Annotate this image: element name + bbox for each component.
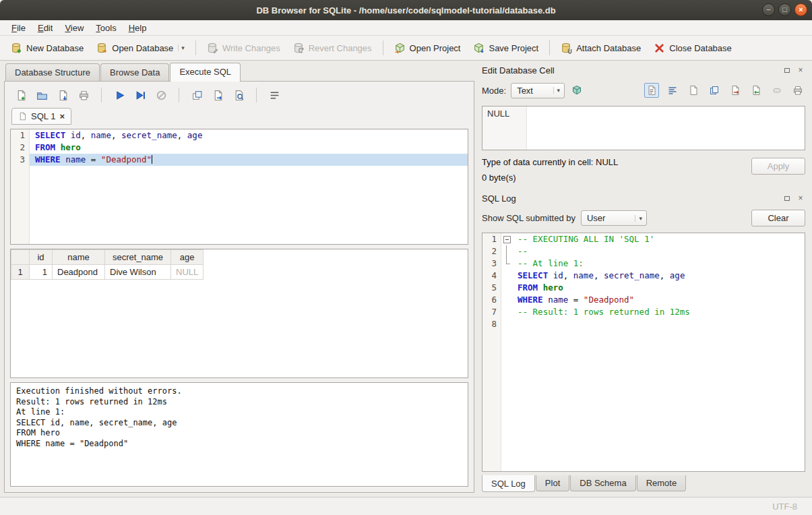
cell-id[interactable]: 1	[30, 265, 53, 280]
export-cell-button[interactable]	[728, 83, 743, 98]
detach-tab-button[interactable]	[190, 88, 204, 102]
cell-value: NULL	[487, 109, 509, 119]
export-results-button[interactable]	[211, 88, 224, 102]
mode-value: Text	[517, 86, 533, 96]
cell-secret-name[interactable]: Dive Wilson	[105, 265, 171, 280]
sql-tab[interactable]: SQL 1 ×	[11, 108, 71, 125]
code-line: 3WHERE name = "Deadpond"	[11, 154, 468, 166]
status-bar: UTF-8	[0, 497, 812, 515]
toolbar-button-label: Save Project	[489, 43, 538, 53]
toolbar-separator	[179, 88, 179, 102]
bottom-tab-bar: SQL Log Plot DB Schema Remote	[482, 475, 805, 493]
tab-execute-sql[interactable]: Execute SQL	[170, 63, 241, 82]
open-database-dropdown-icon[interactable]: ▾	[178, 44, 185, 51]
close-database-button[interactable]: Close Database	[648, 38, 737, 58]
cell-value-editor[interactable]: NULL	[482, 106, 805, 150]
auto-mode-button[interactable]	[569, 83, 584, 98]
sql-tab-bar: SQL 1 ×	[10, 107, 468, 125]
tab-db-schema[interactable]: DB Schema	[570, 475, 635, 491]
menu-view[interactable]: View	[59, 22, 90, 34]
toolbar-button-label: Open Project	[410, 43, 461, 53]
copy-cell-button[interactable]	[707, 83, 722, 98]
edit-cell-header: Edit Database Cell ×	[482, 63, 805, 77]
stop-icon	[156, 90, 167, 101]
tab-sql-log[interactable]: SQL Log	[482, 475, 535, 492]
open-sql-new-tab-button[interactable]	[14, 88, 28, 102]
tab-label: Execute SQL	[179, 67, 231, 77]
close-dock-button[interactable]: ×	[796, 194, 805, 203]
float-dock-button[interactable]	[782, 66, 792, 75]
save-sql-file-button[interactable]	[56, 88, 69, 102]
cell-editor-gutter: NULL	[482, 107, 527, 150]
auto-mode-icon	[571, 85, 582, 96]
left-pane: Database Structure Browse Data Execute S…	[0, 61, 476, 497]
open-database-button[interactable]: Open Database ▾	[91, 38, 190, 58]
row-header[interactable]: 1	[11, 265, 30, 280]
mode-combobox[interactable]: Text ▾	[511, 83, 565, 98]
execution-message: Execution finished without errors. Resul…	[10, 382, 468, 487]
menu-file[interactable]: File	[5, 22, 32, 34]
column-header-secret-name[interactable]: secret_name	[105, 250, 171, 265]
main-area: Database Structure Browse Data Execute S…	[0, 61, 812, 497]
float-icon	[784, 196, 790, 201]
tab-label: DB Schema	[580, 478, 626, 488]
attach-database-button[interactable]: Attach Database	[555, 38, 646, 58]
column-header-age[interactable]: age	[171, 250, 204, 265]
menu-help[interactable]: Help	[123, 22, 153, 34]
execute-current-line-button[interactable]	[133, 88, 147, 102]
cell-age[interactable]: NULL	[171, 265, 204, 280]
tab-browse-data[interactable]: Browse Data	[100, 63, 169, 81]
cell-type-text: Type of data currently in cell: NULL	[482, 157, 751, 167]
save-project-button[interactable]: Save Project	[468, 38, 544, 58]
save-file-icon	[57, 90, 69, 101]
close-button[interactable]: ×	[794, 3, 807, 16]
open-project-button[interactable]: Open Project	[389, 38, 466, 58]
import-cell-button[interactable]	[749, 83, 763, 98]
print-sql-button[interactable]	[77, 88, 90, 102]
menu-tools[interactable]: Tools	[90, 22, 122, 34]
cell-name[interactable]: Deadpond	[53, 265, 105, 280]
new-database-button[interactable]: New Database	[5, 38, 89, 58]
float-dock-button[interactable]	[782, 194, 792, 203]
attach-database-icon	[561, 42, 572, 54]
execute-all-icon	[114, 90, 125, 101]
word-wrap-icon	[667, 85, 678, 96]
set-null-button	[770, 83, 784, 98]
word-wrap-button[interactable]	[665, 83, 680, 98]
code-line: 1SELECT id, name, secret_name, age	[11, 129, 468, 142]
execute-all-button[interactable]	[113, 88, 126, 102]
tab-database-structure[interactable]: Database Structure	[5, 63, 100, 81]
sql-log-title: SQL Log	[482, 193, 778, 204]
toolbar-button-label: Attach Database	[576, 43, 641, 53]
print-cell-button[interactable]	[790, 83, 805, 98]
minimize-button[interactable]: −	[762, 3, 775, 16]
open-sql-file-button[interactable]	[35, 88, 49, 102]
encoding-indicator[interactable]: UTF-8	[772, 502, 797, 512]
sql-log-view[interactable]: 1-- EXECUTING ALL IN 'SQL 1'2--3-- At li…	[482, 233, 805, 472]
cell-view-icons	[644, 83, 805, 98]
column-header-name[interactable]: name	[53, 250, 105, 265]
menu-edit[interactable]: Edit	[32, 22, 59, 34]
close-dock-button[interactable]: ×	[796, 66, 805, 75]
find-replace-button[interactable]	[232, 88, 245, 102]
binary-view-button[interactable]	[686, 83, 701, 98]
main-tab-bar: Database Structure Browse Data Execute S…	[4, 63, 474, 81]
toolbar-button-label: Revert Changes	[309, 43, 372, 53]
maximize-button[interactable]: □	[778, 3, 791, 16]
window-title: DB Browser for SQLite - /home/user/code/…	[256, 5, 555, 16]
format-sql-button[interactable]	[268, 88, 281, 102]
copy-icon	[709, 85, 720, 96]
tab-remote[interactable]: Remote	[637, 475, 687, 491]
open-database-icon	[96, 42, 108, 54]
tab-plot[interactable]: Plot	[536, 475, 569, 491]
close-database-icon	[654, 42, 665, 54]
column-header-id[interactable]: id	[30, 250, 53, 265]
sql-tab-close-icon[interactable]: ×	[59, 113, 65, 121]
submitted-by-combobox[interactable]: User ▾	[581, 210, 647, 226]
sql-document-icon	[18, 112, 27, 121]
find-icon	[233, 90, 245, 101]
export-icon	[212, 90, 224, 101]
text-view-button[interactable]	[644, 83, 659, 98]
clear-button[interactable]: Clear	[751, 210, 805, 226]
sql-editor[interactable]: 1SELECT id, name, secret_name, age2FROM …	[10, 129, 468, 245]
